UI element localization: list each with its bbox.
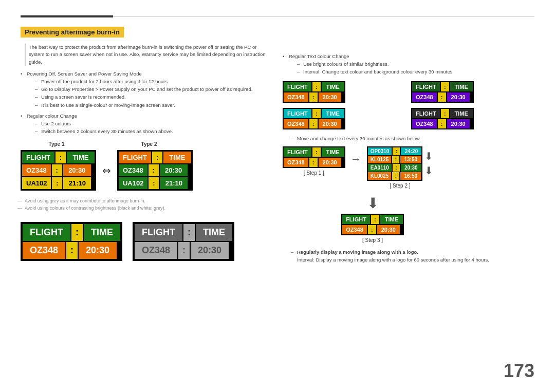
- lb1-colon-1: :: [66, 242, 78, 259]
- ba-header: FLIGHT : TIME: [284, 82, 344, 91]
- step3-section: ⬇ FLIGHT : TIME OZ348 : 20:30: [283, 193, 534, 243]
- board-a-container: FLIGHT : TIME OZ348 : 20:30: [283, 81, 406, 103]
- s1-h-colon: :: [312, 147, 321, 157]
- lb2-colon-1: :: [178, 242, 190, 259]
- step2-board-with-arrows: OP0310 : 24:20 KL0125 : 13:50 EA0110: [367, 146, 434, 181]
- board-b: FLIGHT : TIME OZ348 : 20:30: [411, 81, 474, 103]
- type2-label: Type 2: [108, 141, 190, 147]
- step3-down-arrow: ⬇: [367, 195, 379, 212]
- lb2-2030: 20:30: [191, 242, 229, 259]
- bd-2030: 20:30: [447, 119, 470, 128]
- s2-1350: 13:50: [400, 156, 421, 163]
- bd-row1: OZ348 : 20:30: [412, 119, 473, 128]
- dash-item-4: It is best to use a single-colour or mov…: [35, 101, 267, 109]
- type1-board: FLIGHT : TIME OZ348 : 20:30 UA102 : 21:1…: [21, 150, 96, 191]
- move-text: Move and change text every 30 minutes as…: [291, 135, 534, 142]
- t2-ua102: UA102: [119, 177, 147, 189]
- s3-colon: :: [368, 225, 376, 234]
- regular-display-item: Regularly display a moving image along w…: [291, 248, 534, 264]
- step2-down-arrow-1: ⬇: [424, 150, 433, 162]
- s2-2420: 24:20: [401, 147, 421, 155]
- s2-row4: KL0025 : 16:50: [368, 172, 422, 180]
- bd-colon-1: :: [438, 119, 446, 128]
- s1-header: FLIGHT : TIME: [284, 147, 344, 157]
- dash-item-2: Go to Display Properties > Power Supply …: [35, 85, 267, 93]
- t1-colon-2: :: [52, 177, 62, 189]
- s1-h-flight: FLIGHT: [284, 147, 311, 157]
- s2-1650: 16:50: [400, 172, 421, 180]
- right-bullet-colour-change: Regular Text colour Change Use bright co…: [283, 52, 534, 76]
- type1-label: Type 1: [21, 141, 92, 147]
- lb2-row1: OZ348 : 20:30: [135, 242, 232, 259]
- regular-display-title: Regularly display a moving image along w…: [297, 249, 418, 255]
- s3-h-flight: FLIGHT: [342, 215, 370, 224]
- t2-colon-h: :: [152, 152, 162, 163]
- bd-h-colon: :: [441, 109, 449, 118]
- right-dash-2: Interval: Change text colour and backgro…: [297, 68, 534, 76]
- large-board-1: FLIGHT : TIME OZ348 : 20:30: [21, 222, 122, 261]
- s3-row1: OZ348 : 20:30: [342, 225, 403, 234]
- t2-header-time: TIME: [163, 152, 191, 163]
- avoid-text-2: Avoid using colours of contrasting brigh…: [21, 205, 267, 212]
- t1-colon-1: :: [52, 164, 62, 176]
- bc-h-colon: :: [312, 109, 321, 118]
- s2-c1: :: [393, 147, 400, 155]
- s2-c3: :: [393, 164, 400, 172]
- board-c-container: FLIGHT : TIME OZ348 : 20:30: [283, 108, 406, 129]
- bb-colon-1: :: [438, 92, 446, 102]
- bc-row1: OZ348 : 20:30: [284, 119, 344, 128]
- right-dash-list: Use bright colours of similar brightness…: [289, 60, 534, 76]
- lb1-2030: 20:30: [79, 242, 117, 259]
- type2-row2: UA102 : 21:10: [119, 177, 191, 189]
- t2-2030: 20:30: [160, 164, 188, 176]
- step2-board: OP0310 : 24:20 KL0125 : 13:50 EA0110: [367, 146, 423, 181]
- bd-h-flight: FLIGHT: [412, 109, 440, 118]
- step1-label: [ Step 1 ]: [304, 170, 324, 176]
- bc-oz348: OZ348: [284, 119, 308, 128]
- board-b-container: FLIGHT : TIME OZ348 : 20:30: [411, 81, 534, 103]
- ba-row1: OZ348 : 20:30: [284, 92, 344, 102]
- bc-colon-1: :: [309, 119, 318, 128]
- lb2-h-colon: :: [183, 224, 195, 241]
- type2-board: FLIGHT : TIME OZ348 : 20:30 UA102 : 21:1…: [117, 150, 193, 191]
- bullet-item-colour: Regular colour Change Use 2 colours Swit…: [21, 112, 267, 136]
- t1-2110: 21:10: [63, 177, 91, 189]
- right-dash-1: Use bright colours of similar brightness…: [297, 60, 534, 68]
- s3-oz348: OZ348: [342, 225, 367, 234]
- dash-item-3: Using a screen saver is recommended.: [35, 93, 267, 101]
- dash-colour-2: Switch between 2 colours every 30 minute…: [35, 127, 267, 135]
- bb-h-time: TIME: [450, 82, 473, 91]
- avoid-text-1: Avoid using grey as it may contribute to…: [21, 198, 267, 205]
- bb-h-flight: FLIGHT: [412, 82, 440, 91]
- top-line-dark: [21, 15, 113, 17]
- s1-2030: 20:30: [319, 158, 341, 167]
- right-bullet-list: Regular Text colour Change Use bright co…: [283, 52, 534, 76]
- bd-oz348: OZ348: [412, 119, 437, 128]
- ba-h-time: TIME: [322, 82, 344, 91]
- step2-down-arrow-2: ⬇: [424, 164, 433, 177]
- t2-colon-1: :: [149, 164, 159, 176]
- s2-op0310: OP0310: [368, 147, 392, 155]
- s1-row1: OZ348 : 20:30: [284, 158, 344, 167]
- lb1-h-time: TIME: [84, 224, 120, 241]
- page-container: Preventing afterimage burn-in The best w…: [0, 0, 555, 392]
- s2-c2: :: [392, 156, 399, 163]
- left-column: Preventing afterimage burn-in The best w…: [21, 27, 267, 264]
- lb1-oz348: OZ348: [23, 242, 65, 259]
- lb1-header: FLIGHT : TIME: [23, 224, 120, 241]
- ba-2030: 20:30: [319, 92, 341, 102]
- bullet-item-powering: Powering Off, Screen Saver and Power Sav…: [21, 70, 267, 109]
- step1-container: FLIGHT : TIME OZ348 : 20:30 [ Step 1 ]: [283, 146, 345, 176]
- type1-row1: OZ348 : 20:30: [22, 164, 95, 176]
- bd-h-time: TIME: [450, 109, 473, 118]
- bc-h-time: TIME: [322, 109, 344, 118]
- step1-board: FLIGHT : TIME OZ348 : 20:30: [283, 146, 345, 168]
- dash-colour-1: Use 2 colours: [35, 120, 267, 127]
- avoid-notes: Avoid using grey as it may contribute to…: [21, 198, 267, 212]
- s2-row2: KL0125 : 13:50: [368, 156, 422, 163]
- ba-colon-1: :: [309, 92, 318, 102]
- board-d: FLIGHT : TIME OZ348 : 20:30: [411, 108, 474, 129]
- ba-h-flight: FLIGHT: [284, 82, 311, 91]
- step2-label: [ Step 2 ]: [390, 183, 411, 189]
- step2-container: OP0310 : 24:20 KL0125 : 13:50 EA0110: [367, 146, 434, 189]
